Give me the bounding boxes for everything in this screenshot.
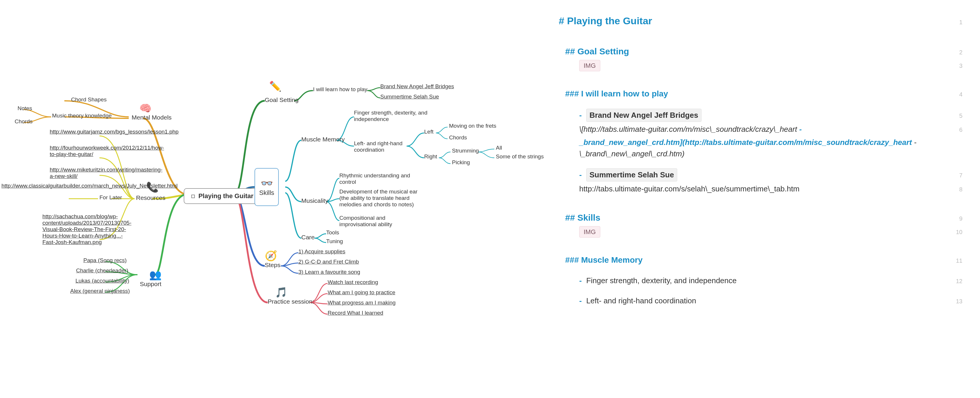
line-number: 6 [948, 125, 963, 134]
node-lukas[interactable]: Lukas (accountability) [75, 277, 129, 284]
line-number: 1 [948, 18, 963, 27]
node-strumming[interactable]: Strumming [452, 147, 479, 154]
bullet-dash: - [579, 276, 582, 285]
node-tuning[interactable]: Tuning [326, 238, 343, 244]
bullet-dash: - [579, 111, 582, 119]
node-muscle-memory[interactable]: Muscle Memory [301, 136, 345, 143]
line-number: 3 [948, 61, 963, 70]
node-left[interactable]: Left [424, 128, 434, 135]
code-sss[interactable]: Summertime Selah Sue [586, 168, 677, 181]
node-musicality[interactable]: Musicality [301, 197, 328, 204]
node-coord[interactable]: Left- and right-hand coordination [354, 140, 412, 153]
node-s3[interactable]: 3) Learn a favourite song [298, 269, 360, 275]
branch-practice[interactable]: Practice session: [268, 298, 314, 305]
line-number: 8 [948, 185, 963, 194]
line-number: 12 [948, 277, 963, 285]
node-papa[interactable]: Papa (Song recs) [83, 257, 127, 263]
node-s2[interactable]: 2) G-C-D and Fret Climb [298, 258, 359, 265]
node-tools[interactable]: Tools [326, 229, 339, 236]
node-chords[interactable]: Chords [14, 118, 32, 125]
node-for-later[interactable]: For Later [99, 194, 122, 201]
link-sachachua[interactable]: http://sachachua.com/blog/wp-content/upl… [42, 213, 127, 246]
node-charlie[interactable]: Charlie (cheerleader) [76, 267, 128, 274]
node-care[interactable]: Care [301, 234, 315, 241]
node-sss[interactable]: Summertime Selah Sue [380, 94, 439, 100]
node-some[interactable]: Some of the strings [496, 154, 544, 160]
compass-icon: 🧭 [265, 250, 277, 262]
img-placeholder[interactable]: IMG [579, 226, 600, 238]
node-all[interactable]: All [496, 145, 502, 151]
node-p1[interactable]: Watch last recording [328, 279, 378, 285]
bna-pre[interactable]: \[http://tabs.ultimate-guitar.com/m/misc… [579, 125, 797, 133]
img-placeholder[interactable]: IMG [579, 60, 600, 71]
line-number: 11 [948, 256, 963, 265]
node-right[interactable]: Right [424, 154, 437, 160]
node-ear[interactable]: Development of the musical ear (the abil… [339, 189, 421, 208]
bna-link[interactable]: _brand_new_angel_crd.htm](http://tabs.ul… [579, 138, 912, 147]
line-number: 9 [948, 214, 963, 223]
editor-h2-skills[interactable]: ## Skills [565, 211, 948, 224]
node-finger[interactable]: Finger strength, dexterity, and independ… [354, 109, 430, 122]
glasses-icon: 👓 [261, 178, 273, 189]
node-chord-shapes[interactable]: Chord Shapes [71, 97, 107, 103]
node-notes[interactable]: Notes [18, 105, 32, 112]
editor-h2-goal[interactable]: ## Goal Setting [565, 45, 948, 58]
mm1-text[interactable]: Finger strength, dexterity, and independ… [586, 276, 737, 285]
bna-dash: - [799, 125, 802, 133]
brain-icon: 🧠 [139, 102, 151, 114]
editor-h1[interactable]: # Playing the Guitar [559, 13, 948, 29]
node-s1[interactable]: 1) Acquire supplies [298, 248, 345, 255]
line-number: 10 [948, 228, 963, 236]
editor-h3-learn[interactable]: ### I will learn how to play [565, 88, 948, 100]
node-p2[interactable]: What am I going to practice [328, 289, 395, 296]
editor-pane[interactable]: # Playing the Guitar 1 ## Goal Setting 2… [550, 0, 980, 398]
music-icon: 🎵 [275, 286, 287, 298]
editor-h3-mm[interactable]: ### Muscle Memory [565, 254, 948, 266]
node-alex[interactable]: Alex (general ninjaness) [70, 288, 130, 294]
line-number: 5 [948, 111, 963, 120]
branch-resources[interactable]: Resources [136, 194, 165, 201]
pencil-icon: ✏️ [269, 80, 282, 92]
skills-box[interactable]: 👓 Skills [255, 168, 279, 206]
branch-goal-setting[interactable]: Goal Setting [265, 97, 299, 103]
node-picking[interactable]: Picking [452, 159, 470, 166]
node-comp[interactable]: Compositional and improvisational abilit… [339, 215, 410, 228]
mm2-text[interactable]: Left- and right-hand coordination [586, 296, 696, 305]
node-chords2[interactable]: Chords [449, 135, 467, 141]
sss-url[interactable]: http://tabs.ultimate-guitar.com/s/selah\… [579, 183, 948, 195]
link-miketuritzin[interactable]: http://www.miketuritzin.com/writing/mast… [50, 166, 126, 179]
node-learn-play[interactable]: I will learn how to play [313, 86, 368, 93]
branch-mental-models[interactable]: Mental Models [132, 114, 172, 121]
line-number: 2 [948, 48, 963, 57]
link-guitarjamz[interactable]: http://www.guitarjamz.com/bgs_lessons/le… [50, 128, 126, 135]
handle-icon [191, 195, 195, 198]
branch-support[interactable]: Support [140, 281, 161, 287]
node-bna[interactable]: Brand New Angel Jeff Bridges [380, 83, 454, 90]
node-p4[interactable]: Record What I learned [328, 310, 383, 316]
mindmap-pane: Playing the Guitar 🧠 Mental Models Chord… [0, 0, 550, 398]
node-rhythmic[interactable]: Rhythmic understanding and control [339, 173, 415, 185]
node-p3[interactable]: What progress am I making [328, 300, 396, 306]
branch-steps[interactable]: Steps [265, 262, 280, 268]
center-label: Playing the Guitar [198, 192, 253, 200]
node-music-theory[interactable]: Music theory knowledge [52, 113, 112, 119]
people-icon: 👥 [149, 269, 161, 281]
line-number: 4 [948, 90, 963, 99]
bullet-dash: - [579, 296, 582, 305]
code-bna[interactable]: Brand New Angel Jeff Bridges [586, 109, 702, 122]
line-number: 13 [948, 297, 963, 306]
link-fourhour[interactable]: http://fourhourworkweek.com/2012/12/11/h… [50, 145, 126, 157]
skills-label: Skills [259, 189, 274, 197]
node-moving[interactable]: Moving on the frets [449, 123, 496, 129]
link-classicalguitar[interactable]: http://www.classicalguitarbuilder.com/ma… [2, 182, 83, 189]
line-number: 7 [948, 171, 963, 180]
bullet-dash: - [579, 170, 582, 179]
